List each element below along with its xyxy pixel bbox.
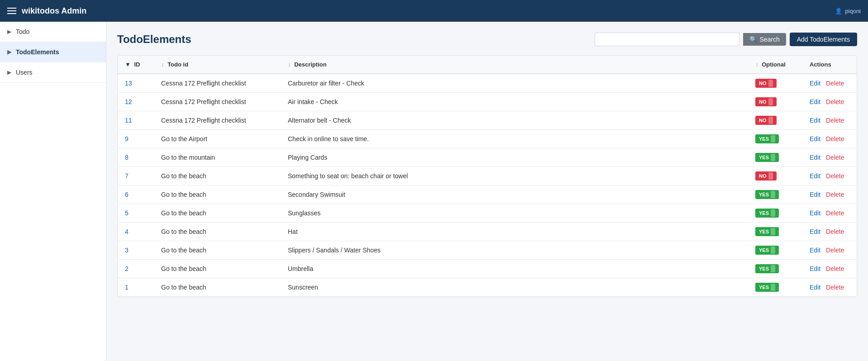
page-title: TodoElements	[117, 33, 191, 46]
badge-toggle-icon	[768, 172, 773, 180]
cell-description: Sunglasses	[281, 204, 748, 223]
col-header-todoid[interactable]: ↕ Todo id	[154, 56, 281, 74]
cell-description: Umbrella	[281, 260, 748, 278]
optional-badge: NO	[755, 79, 777, 88]
sidebar-item-todoelements[interactable]: ▶ TodoElements	[0, 42, 106, 62]
cell-todoid: Go to the beach	[154, 204, 281, 223]
cell-optional: YES	[748, 260, 802, 278]
delete-button[interactable]: Delete	[826, 98, 844, 105]
optional-badge: YES	[755, 209, 779, 218]
col-header-optional[interactable]: ↕ Optional	[748, 56, 802, 74]
cell-id: 3	[118, 241, 154, 260]
search-input[interactable]	[595, 33, 739, 46]
cell-todoid: Go to the mountain	[154, 148, 281, 167]
sidebar-item-users[interactable]: ▶ Users	[0, 62, 106, 83]
table-row: 6 Go to the beach Secondary Swimsuit YES…	[118, 185, 857, 204]
table-row: 2 Go to the beach Umbrella YES Edit Dele…	[118, 260, 857, 278]
cell-optional: NO	[748, 74, 802, 93]
edit-button[interactable]: Edit	[810, 135, 820, 142]
cell-todoid: Go to the beach	[154, 278, 281, 297]
edit-button[interactable]: Edit	[810, 265, 820, 272]
table-row: 11 Cessna 172 Preflight checklist Altern…	[118, 111, 857, 130]
layout: ▶ Todo ▶ TodoElements ▶ Users TodoElemen…	[0, 22, 868, 361]
cell-id: 4	[118, 223, 154, 241]
edit-button[interactable]: Edit	[810, 191, 820, 198]
cell-todoid: Go to the beach	[154, 167, 281, 185]
delete-button[interactable]: Delete	[826, 80, 844, 87]
delete-button[interactable]: Delete	[826, 265, 844, 272]
header-actions: 🔍 Search Add TodoElements	[595, 33, 857, 46]
badge-toggle-icon	[771, 284, 775, 291]
edit-button[interactable]: Edit	[810, 247, 820, 254]
page-header: TodoElements 🔍 Search Add TodoElements	[117, 33, 857, 46]
optional-badge: YES	[755, 283, 779, 292]
edit-button[interactable]: Edit	[810, 117, 820, 124]
badge-toggle-icon	[768, 98, 773, 105]
cell-description: Slippers / Sandals / Water Shoes	[281, 241, 748, 260]
cell-id: 9	[118, 130, 154, 148]
cell-optional: YES	[748, 278, 802, 297]
cell-actions: Edit Delete	[802, 204, 857, 223]
sidebar-item-todo[interactable]: ▶ Todo	[0, 22, 106, 42]
badge-toggle-icon	[771, 135, 775, 142]
cell-actions: Edit Delete	[802, 167, 857, 185]
delete-button[interactable]: Delete	[826, 284, 844, 291]
cell-description: Secondary Swimsuit	[281, 185, 748, 204]
edit-button[interactable]: Edit	[810, 209, 820, 217]
table-row: 1 Go to the beach Sunscreen YES Edit Del…	[118, 278, 857, 297]
col-header-actions: Actions	[802, 56, 857, 74]
delete-button[interactable]: Delete	[826, 154, 844, 161]
cell-actions: Edit Delete	[802, 260, 857, 278]
table-row: 13 Cessna 172 Preflight checklist Carbur…	[118, 74, 857, 93]
cell-todoid: Go to the beach	[154, 260, 281, 278]
edit-button[interactable]: Edit	[810, 284, 820, 291]
chevron-right-icon: ▶	[7, 69, 11, 76]
data-table-container: ▼ ID ↕ Todo id ↕ Description ↕	[117, 55, 857, 297]
todoelements-table: ▼ ID ↕ Todo id ↕ Description ↕	[118, 56, 857, 297]
cell-optional: NO	[748, 111, 802, 130]
add-todoelements-button[interactable]: Add TodoElements	[790, 33, 857, 46]
cell-description: Something to seat on: beach chair or tow…	[281, 167, 748, 185]
badge-toggle-icon	[768, 80, 773, 87]
cell-actions: Edit Delete	[802, 111, 857, 130]
username: piqoni	[845, 8, 861, 14]
optional-badge: NO	[755, 97, 777, 106]
delete-button[interactable]: Delete	[826, 209, 844, 217]
optional-badge: YES	[755, 134, 779, 143]
user-menu[interactable]: 👤 piqoni	[835, 8, 861, 14]
edit-button[interactable]: Edit	[810, 154, 820, 161]
edit-button[interactable]: Edit	[810, 172, 820, 180]
badge-toggle-icon	[771, 154, 775, 161]
badge-toggle-icon	[771, 209, 775, 217]
search-button[interactable]: 🔍 Search	[743, 33, 786, 46]
col-header-description[interactable]: ↕ Description	[281, 56, 748, 74]
navbar: wikitodos Admin 👤 piqoni	[0, 0, 868, 22]
optional-badge: YES	[755, 264, 779, 273]
cell-id: 7	[118, 167, 154, 185]
cell-optional: YES	[748, 223, 802, 241]
cell-description: Sunscreen	[281, 278, 748, 297]
col-header-id[interactable]: ▼ ID	[118, 56, 154, 74]
hamburger-menu[interactable]	[7, 8, 16, 14]
cell-optional: NO	[748, 167, 802, 185]
delete-button[interactable]: Delete	[826, 228, 844, 235]
delete-button[interactable]: Delete	[826, 117, 844, 124]
delete-button[interactable]: Delete	[826, 191, 844, 198]
cell-id: 5	[118, 204, 154, 223]
edit-button[interactable]: Edit	[810, 228, 820, 235]
cell-description: Playing Cards	[281, 148, 748, 167]
cell-optional: YES	[748, 241, 802, 260]
cell-id: 2	[118, 260, 154, 278]
delete-button[interactable]: Delete	[826, 247, 844, 254]
edit-button[interactable]: Edit	[810, 80, 820, 87]
edit-button[interactable]: Edit	[810, 98, 820, 105]
delete-button[interactable]: Delete	[826, 135, 844, 142]
optional-badge: YES	[755, 190, 779, 199]
table-row: 8 Go to the mountain Playing Cards YES E…	[118, 148, 857, 167]
sort-arrows-icon: ↕	[161, 61, 164, 68]
cell-optional: YES	[748, 148, 802, 167]
sidebar-item-label: Users	[16, 69, 33, 76]
sidebar-item-label: Todo	[16, 28, 29, 35]
delete-button[interactable]: Delete	[826, 172, 844, 180]
cell-todoid: Go to the beach	[154, 185, 281, 204]
